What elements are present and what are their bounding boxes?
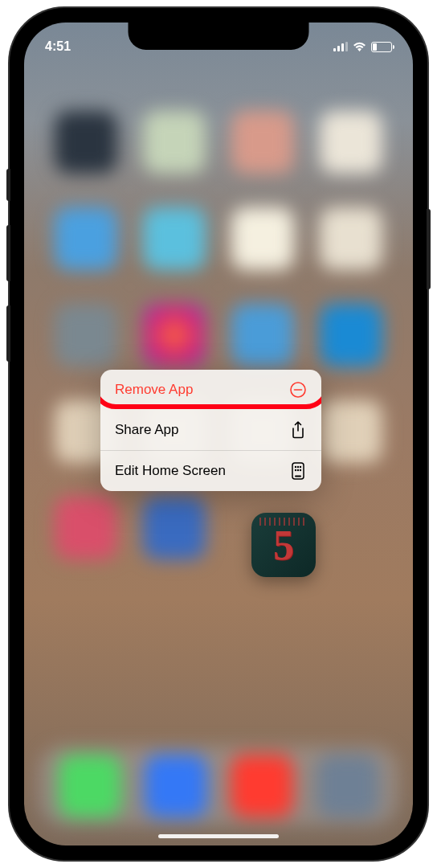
status-time: 4:51 [45,39,71,54]
menu-item-remove-app[interactable]: Remove App [100,370,321,410]
menu-item-label: Edit Home Screen [115,463,226,479]
cellular-signal-icon [333,42,348,51]
menu-item-edit-home-screen[interactable]: Edit Home Screen [100,451,321,491]
svg-rect-9 [295,476,301,477]
share-icon [289,421,307,439]
wifi-icon [353,42,366,52]
menu-item-share-app[interactable]: Share App [100,410,321,451]
phone-screen: 4:51 [24,23,413,845]
app-icon-glyph: 5 [273,522,294,569]
dock-blurred [39,746,398,826]
battery-icon [371,42,392,52]
status-icons [333,42,392,52]
selected-app-icon[interactable]: 5 [251,513,316,577]
status-bar: 4:51 [24,23,413,61]
svg-point-3 [295,466,296,468]
menu-item-label: Share App [115,422,178,438]
apps-grid-icon [289,462,307,480]
svg-point-5 [300,466,301,468]
phone-device-frame: 4:51 [10,8,427,860]
svg-point-6 [295,469,296,471]
svg-point-7 [297,469,299,471]
svg-point-8 [300,469,301,471]
home-indicator[interactable] [158,834,279,838]
home-screen-blurred [24,111,413,593]
svg-point-4 [297,466,299,468]
app-context-menu: Remove App Share App Edit Home Screen [100,370,321,491]
minus-circle-icon [289,381,307,399]
menu-item-label: Remove App [115,382,193,398]
